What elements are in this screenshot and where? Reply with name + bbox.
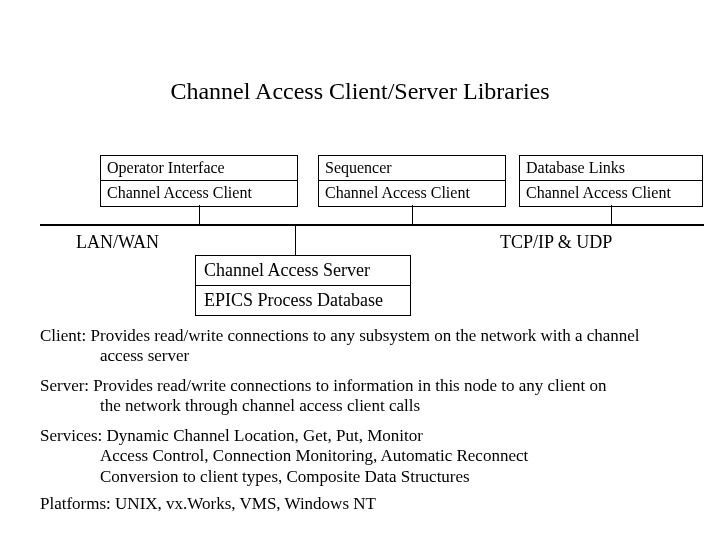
text: Dynamic Channel Location, Get, Put, Moni… (107, 426, 423, 445)
box-epics-database: EPICS Process Database (195, 285, 411, 316)
box-database-links: Database Links (519, 155, 703, 182)
box-ca-client-2: Channel Access Client (318, 180, 506, 207)
label: Client: (40, 326, 91, 345)
bus-label-left: LAN/WAN (76, 232, 159, 253)
label: Platforms: (40, 494, 115, 513)
text: Provides read/write connections to infor… (93, 376, 606, 395)
connector-line (412, 205, 413, 225)
label: Services: (40, 426, 107, 445)
paragraph-platforms: Platforms: UNIX, vx.Works, VMS, Windows … (40, 494, 690, 514)
bus-line (40, 224, 704, 226)
connector-line (611, 205, 612, 225)
label: Server: (40, 376, 93, 395)
text: Conversion to client types, Composite Da… (100, 467, 690, 487)
box-sequencer: Sequencer (318, 155, 506, 182)
box-ca-client-1: Channel Access Client (100, 180, 298, 207)
box-operator-interface: Operator Interface (100, 155, 298, 182)
text: Provides read/write connections to any s… (91, 326, 640, 345)
connector-line (199, 205, 200, 225)
box-ca-server: Channel Access Server (195, 255, 411, 286)
box-ca-client-3: Channel Access Client (519, 180, 703, 207)
paragraph-services: Services: Dynamic Channel Location, Get,… (40, 426, 690, 487)
connector-line (295, 225, 296, 255)
bus-label-right: TCP/IP & UDP (500, 232, 612, 253)
text: Access Control, Connection Monitoring, A… (100, 446, 690, 466)
paragraph-client: Client: Provides read/write connections … (40, 326, 690, 367)
paragraph-server: Server: Provides read/write connections … (40, 376, 690, 417)
text: UNIX, vx.Works, VMS, Windows NT (115, 494, 376, 513)
text: access server (100, 346, 690, 366)
diagram-title: Channel Access Client/Server Libraries (0, 78, 720, 105)
text: the network through channel access clien… (100, 396, 690, 416)
